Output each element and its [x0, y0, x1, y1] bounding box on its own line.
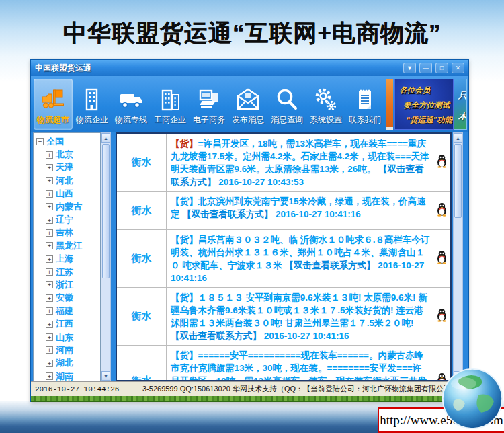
expand-icon[interactable]: + — [46, 268, 53, 276]
qq-cell[interactable] — [433, 192, 450, 229]
qq-penguin-icon[interactable] — [436, 250, 448, 267]
dropdown-button[interactable]: ▼ — [403, 63, 416, 73]
freight-message[interactable]: 【货】=许昌开发区，18吨，需13米高栏车，现在装车====重庆九龙坡需17.5… — [167, 134, 433, 191]
tree-item-label: 辽宁 — [56, 214, 73, 226]
tree-item-河南[interactable]: +河南 — [36, 344, 100, 356]
expand-icon[interactable]: + — [46, 229, 53, 237]
dropdown-icon: ▼ — [407, 65, 413, 71]
freight-row[interactable]: 衡水【货】１８５１３ 安平到南京需9.6米装１３吨! 太原需9.6米! 新疆乌鲁… — [117, 288, 450, 346]
expand-icon[interactable]: + — [46, 307, 53, 315]
qq-penguin-icon[interactable] — [436, 308, 448, 325]
qq-penguin-icon[interactable] — [436, 154, 448, 171]
contact-link[interactable]: 【双击查看联系方式】 — [171, 331, 261, 341]
status-bar: 2016-10-27 10:44:26 3-5269599 QQ:1506130… — [31, 381, 468, 396]
tree-item-浙江[interactable]: +浙江 — [36, 278, 100, 291]
message-time: 2016-10-27 10:41:16 — [264, 331, 349, 341]
envelope-icon — [235, 86, 261, 114]
tree-item-山西[interactable]: +山西 — [36, 188, 100, 200]
expand-icon[interactable]: + — [46, 372, 53, 380]
freight-row[interactable]: 衡水【货】昌乐莒南３０３２吨、临 沂衡水１０吨求６.８高栏车今订明装、杭州台州求… — [117, 230, 450, 288]
expand-icon[interactable]: + — [46, 333, 53, 341]
tree-item-江西[interactable]: +江西 — [36, 317, 100, 330]
freight-message[interactable]: 【货】１８５１３ 安平到南京需9.6米装１３吨! 太原需9.6米! 新疆乌鲁木齐… — [167, 288, 433, 345]
tree-item-湖北[interactable]: +湖北 — [36, 357, 100, 370]
freight-message[interactable]: 【货】昌乐莒南３０３２吨、临 沂衡水１０吨求６.８高栏车今订明装、杭州台州求１３… — [167, 230, 433, 287]
tree-scrollbar[interactable]: ▲ ▼ — [101, 132, 111, 381]
tree-item-全国[interactable]: −全国 — [36, 135, 100, 148]
contact-link[interactable]: 【双击查看联系方式】 — [285, 260, 376, 270]
scroll-up-icon[interactable]: ▲ — [454, 133, 462, 143]
grass-strip — [31, 396, 468, 402]
main-content: −全国+北京+天津+河北+山西+内蒙古+辽宁+吉林+黑龙江+上海+江苏+浙江+安… — [31, 132, 468, 381]
tree-item-label: 上海 — [56, 253, 73, 265]
tree-item-江苏[interactable]: +江苏 — [36, 266, 100, 278]
freight-row[interactable]: 衡水【货】北京滨州到东莞南宁要15米冷藏，绿通，现在装，价高速定 【双击查看联系… — [117, 192, 450, 230]
toolbar-item-系统设置[interactable]: 系统设置 — [306, 79, 345, 130]
toolbar-item-物流专线[interactable]: 物流专线 — [112, 79, 151, 130]
expand-icon[interactable]: + — [46, 294, 53, 302]
status-info: 3-5269599 QQ:150613020 华网技术支持（QQ：【当前登陆公司… — [138, 384, 468, 394]
expand-icon[interactable]: + — [46, 360, 53, 367]
tree-item-河北[interactable]: +河北 — [36, 174, 100, 187]
expand-icon[interactable]: + — [46, 177, 53, 184]
tree-item-辽宁[interactable]: +辽宁 — [36, 213, 100, 226]
window-titlebar[interactable]: 中国联盟货运通 ▼—□✕ — [31, 60, 468, 76]
expand-icon[interactable]: + — [46, 216, 53, 224]
app-window: 中国联盟货运通 ▼—□✕ 物流超市物流企业物流专线工商企业电子商务发布消息消息查… — [30, 59, 469, 402]
qq-cell[interactable] — [433, 288, 450, 345]
tree-item-label: 湖北 — [56, 357, 73, 369]
tree-item-北京[interactable]: +北京 — [36, 148, 100, 161]
tree-item-福建[interactable]: +福建 — [36, 305, 100, 317]
tree-item-label: 浙江 — [56, 279, 73, 291]
tree-item-label: 天津 — [56, 161, 73, 173]
close-button[interactable]: ✕ — [452, 63, 464, 73]
scroll-down-icon[interactable]: ▼ — [101, 371, 110, 381]
toolbar-item-label: 电子商务 — [193, 114, 225, 126]
list-scroll-thumb[interactable] — [454, 144, 462, 218]
tree-item-label: 山东 — [56, 331, 73, 344]
maximize-button[interactable]: □ — [435, 63, 448, 73]
expand-icon[interactable]: + — [46, 151, 53, 159]
scroll-up-icon[interactable]: ▲ — [101, 133, 110, 143]
side-banner-partial: 只木 — [454, 79, 467, 130]
message-time: 2016-10-27 10:41:16 — [276, 209, 361, 219]
expand-icon[interactable]: + — [46, 190, 53, 198]
orange-divider — [386, 79, 393, 130]
tree-item-label: 河南 — [56, 344, 73, 356]
freight-row[interactable]: 衡水【货】=许昌开发区，18吨，需13米高栏车，现在装车====重庆九龙坡需17… — [117, 134, 450, 192]
tree-item-吉林[interactable]: +吉林 — [36, 227, 100, 239]
tree-item-山东[interactable]: +山东 — [36, 331, 100, 344]
tree-item-内蒙古[interactable]: +内蒙古 — [36, 200, 100, 213]
freight-message[interactable]: 【货】北京滨州到东莞南宁要15米冷藏，绿通，现在装，价高速定 【双击查看联系方式… — [167, 192, 433, 229]
expand-icon[interactable]: + — [46, 346, 53, 354]
list-scrollbar[interactable]: ▲ ▼ — [453, 132, 463, 381]
expand-icon[interactable]: + — [46, 242, 53, 249]
expand-icon[interactable]: + — [46, 281, 53, 288]
toolbar-item-label: 工商企业 — [154, 114, 186, 126]
tree-scroll-thumb[interactable] — [102, 144, 110, 278]
qq-cell[interactable] — [433, 230, 450, 287]
toolbar-item-物流超市[interactable]: 物流超市 — [34, 79, 73, 130]
qq-cell[interactable] — [433, 134, 450, 191]
contact-link[interactable]: 【双击查看联系方式】 — [182, 209, 273, 219]
toolbar-item-工商企业[interactable]: 工商企业 — [151, 79, 190, 130]
toolbar-item-物流企业[interactable]: 物流企业 — [73, 79, 112, 130]
tree-item-安徽[interactable]: +安徽 — [36, 292, 100, 305]
tree-item-湖南[interactable]: +湖南 — [36, 370, 100, 381]
tree-item-黑龙江[interactable]: +黑龙江 — [36, 239, 100, 252]
tree-item-上海[interactable]: +上海 — [36, 253, 100, 266]
toolbar-item-发布消息[interactable]: 发布消息 — [228, 79, 267, 130]
expand-icon[interactable]: + — [46, 203, 53, 210]
freight-row[interactable]: 衡水【货】======安平==========现在装车======。内蒙古赤峰市… — [117, 346, 450, 381]
toolbar-item-消息查询[interactable]: 消息查询 — [267, 79, 306, 130]
qq-penguin-icon[interactable] — [436, 202, 448, 219]
freight-message[interactable]: 【货】======安平==========现在装车======。内蒙古赤峰市克什… — [167, 346, 433, 381]
expand-icon[interactable]: + — [46, 321, 53, 328]
toolbar-item-电子商务[interactable]: 电子商务 — [190, 79, 228, 130]
collapse-icon[interactable]: − — [36, 138, 44, 145]
expand-icon[interactable]: + — [46, 164, 53, 171]
expand-icon[interactable]: + — [46, 255, 53, 263]
toolbar-item-联系我们[interactable]: 联系我们 — [345, 79, 384, 130]
tree-item-天津[interactable]: +天津 — [36, 161, 100, 174]
minimize-button[interactable]: — — [419, 63, 432, 73]
